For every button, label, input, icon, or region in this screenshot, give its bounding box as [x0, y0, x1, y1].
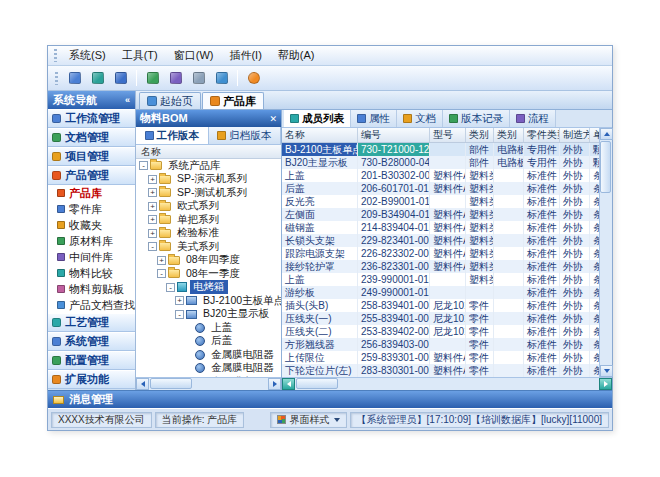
sidebar-item-3[interactable]: 原材料库 [48, 233, 135, 249]
members-tab-0[interactable]: 成员列表 [284, 110, 351, 127]
ui-style-selector[interactable]: 界面样式 [270, 412, 347, 428]
scroll-right-icon[interactable] [599, 378, 612, 390]
tree-horizontal-scrollbar[interactable] [136, 377, 281, 390]
table-row[interactable]: 接纱轮护罩236-823301-00E塑料件ABS塑料类标准件外协条 [282, 260, 599, 273]
scroll-right-icon[interactable] [268, 378, 281, 390]
expand-icon[interactable]: + [148, 202, 157, 211]
sidebar-item-7[interactable]: 产品文档查找 [48, 297, 135, 313]
tree-node-12[interactable]: 上盖 [136, 321, 281, 335]
expand-icon[interactable]: + [148, 215, 157, 224]
scroll-up-icon[interactable] [600, 128, 613, 140]
collapse-icon[interactable]: - [166, 283, 175, 292]
collapse-icon[interactable]: - [148, 242, 157, 251]
help-button[interactable] [211, 68, 232, 88]
expand-icon[interactable]: + [157, 256, 166, 265]
tree-node-9[interactable]: -电烤箱 [136, 281, 281, 295]
table-row[interactable]: 插头(头B)258-839401-00E尼龙1010零件标准件外协条 [282, 299, 599, 312]
table-row[interactable]: BJ-2100主板单点730-T21000-12E部件电路板专用件外协颗 [282, 143, 599, 156]
table-row[interactable]: 上盖239-990001-01E塑料类标准件外协条 [282, 273, 599, 286]
collapse-icon[interactable]: - [175, 310, 184, 319]
table-row[interactable]: 方形翘线器256-839403-00E零件标准件外协条 [282, 338, 599, 351]
table-row[interactable]: 游纱板249-990001-01E标准件外协条 [282, 286, 599, 299]
new-button[interactable] [64, 68, 85, 88]
table-row[interactable]: 长锁头支架229-823401-00E塑料件ABS塑料类标准件外协条 [282, 234, 599, 247]
sidebar-group-2[interactable]: 项目管理 [48, 147, 135, 166]
table-row[interactable]: 反光亮202-B99001-01E塑料类标准件外协条 [282, 195, 599, 208]
refresh-button[interactable] [142, 68, 163, 88]
open-button[interactable] [87, 68, 108, 88]
tab-1[interactable]: 产品库 [202, 92, 264, 109]
sidebar-group-0[interactable]: 工作流管理 [48, 109, 135, 128]
sidebar-item-0[interactable]: 产品库 [48, 185, 135, 201]
members-tab-1[interactable]: 属性 [351, 110, 397, 127]
menu-item-0[interactable]: 系统(S) [61, 46, 114, 65]
table-row[interactable]: 后盖206-601701-01E塑料件ABS塑料类标准件外协条 [282, 182, 599, 195]
table-row[interactable]: 跟踪电源支架226-823302-00E塑料件ABS塑料类标准件外协条 [282, 247, 599, 260]
tree-node-13[interactable]: 后盖 [136, 335, 281, 349]
sidebar-item-6[interactable]: 物料剪贴板 [48, 281, 135, 297]
sidebar-item-2[interactable]: 收藏夹 [48, 217, 135, 233]
tree-node-8[interactable]: -08年一季度 [136, 267, 281, 281]
column-header-3[interactable]: 类别 [466, 128, 494, 142]
members-tab-4[interactable]: 流程 [510, 110, 556, 127]
tree-node-1[interactable]: +SP-演示机系列 [136, 173, 281, 187]
menu-item-3[interactable]: 插件(I) [221, 46, 269, 65]
tree-hscroll-track[interactable] [149, 378, 268, 390]
exit-button[interactable] [243, 68, 264, 88]
tree-node-2[interactable]: +SP-测试机系列 [136, 186, 281, 200]
table-row[interactable]: BJ20主显示板730-B28000-04E部件电路板专用件外协颗 [282, 156, 599, 169]
column-header-1[interactable]: 编号 [358, 128, 430, 142]
tree-hscroll-thumb[interactable] [150, 378, 192, 389]
sidebar-group-bottom-1[interactable]: 系统管理 [48, 332, 135, 351]
sidebar-collapse-icon[interactable]: « [125, 95, 130, 105]
members-tab-3[interactable]: 版本记录 [443, 110, 510, 127]
sidebar-item-5[interactable]: 物料比较 [48, 265, 135, 281]
table-hscroll-thumb[interactable] [296, 378, 338, 389]
column-header-2[interactable]: 型号 [430, 128, 466, 142]
message-manager-bar[interactable]: 消息管理 [48, 390, 612, 408]
table-row[interactable]: 左侧面209-B34904-01E塑料件ABS塑料类标准件外协条 [282, 208, 599, 221]
collapse-icon[interactable]: - [157, 269, 166, 278]
sidebar-item-4[interactable]: 中间件库 [48, 249, 135, 265]
column-header-0[interactable]: 名称 [282, 128, 358, 142]
scroll-left-icon[interactable] [282, 378, 295, 390]
bom-tab-0[interactable]: 工作版本 [136, 127, 209, 144]
scroll-left-icon[interactable] [136, 378, 149, 390]
expand-icon[interactable]: + [148, 175, 157, 184]
scroll-down-icon[interactable] [600, 365, 613, 377]
table-row[interactable]: 上传限位259-839301-00E塑料件ABS零件标准件外协条 [282, 351, 599, 364]
table-row[interactable]: 磁钢盖214-839404-01E塑料件ABS塑料类标准件外协条 [282, 221, 599, 234]
sidebar-group-bottom-2[interactable]: 配置管理 [48, 351, 135, 370]
tree-column-header[interactable]: 名称 [136, 145, 281, 159]
members-tab-2[interactable]: 文档 [397, 110, 443, 127]
menu-item-2[interactable]: 窗口(W) [166, 46, 222, 65]
table-vscroll-track[interactable] [600, 140, 612, 365]
tree-node-7[interactable]: +08年四季度 [136, 254, 281, 268]
tree-node-15[interactable]: 金属膜电阻器 [136, 362, 281, 376]
tree-node-5[interactable]: +检验标准 [136, 227, 281, 241]
table-vertical-scrollbar[interactable] [599, 128, 612, 377]
bom-close-icon[interactable]: ✕ [269, 114, 277, 124]
tree-node-14[interactable]: 金属膜电阻器 [136, 348, 281, 362]
expand-icon[interactable]: + [148, 229, 157, 238]
expand-icon[interactable]: + [148, 188, 157, 197]
column-header-6[interactable]: 制造方式 [560, 128, 590, 142]
save-button[interactable] [110, 68, 131, 88]
table-row[interactable]: 压线夹(二)253-839402-00E尼龙1010零件标准件外协条 [282, 325, 599, 338]
column-header-5[interactable]: 零件类型 [524, 128, 560, 142]
column-header-4[interactable]: 类别 [494, 128, 524, 142]
table-vscroll-thumb[interactable] [600, 141, 611, 193]
sidebar-item-1[interactable]: 零件库 [48, 201, 135, 217]
table-row[interactable]: 压线夹(一)255-839401-00E尼龙1010零件标准件外协条 [282, 312, 599, 325]
table-row[interactable]: 下轮定位片(左)283-830301-00E塑料件ABS零件标准件外协条 [282, 364, 599, 377]
sidebar-group-1[interactable]: 文档管理 [48, 128, 135, 147]
tree-node-0[interactable]: -系统产品库 [136, 159, 281, 173]
table-hscroll-track[interactable] [295, 378, 599, 390]
menu-item-1[interactable]: 工具(T) [114, 46, 166, 65]
sidebar-group-3[interactable]: 产品管理 [48, 166, 135, 185]
column-header-7[interactable]: 单位 [590, 128, 599, 142]
table-horizontal-scrollbar[interactable] [282, 377, 612, 390]
sidebar-group-bottom-3[interactable]: 扩展功能 [48, 370, 135, 389]
table-row[interactable]: 上盖201-B30302-00E塑料件ABS塑料类标准件外协条 [282, 169, 599, 182]
tree-node-4[interactable]: +单把系列 [136, 213, 281, 227]
